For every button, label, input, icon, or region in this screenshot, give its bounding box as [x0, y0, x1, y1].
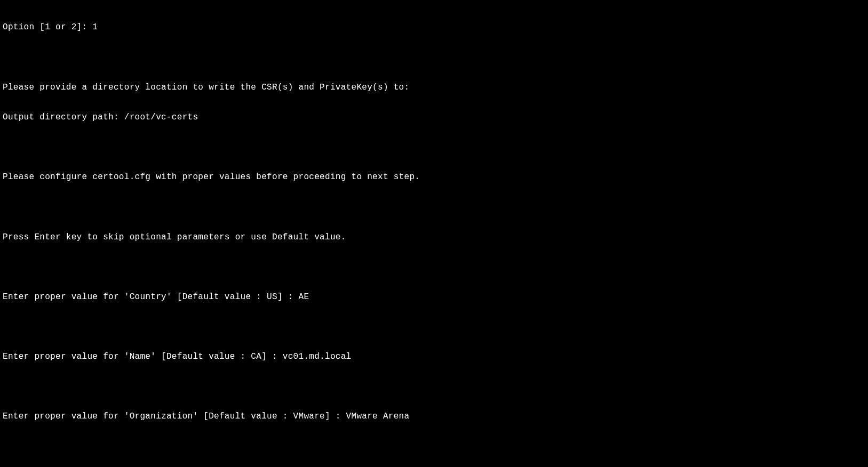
- terminal-line: [3, 382, 865, 392]
- terminal-line: Enter proper value for 'Name' [Default v…: [3, 352, 865, 362]
- terminal-line: [3, 202, 865, 212]
- terminal-line: Option [1 or 2]: 1: [3, 22, 865, 33]
- terminal-line: Enter proper value for 'Organization' [D…: [3, 412, 865, 422]
- terminal-line: [3, 442, 865, 452]
- terminal-line: Press Enter key to skip optional paramet…: [3, 232, 865, 243]
- terminal-output[interactable]: Option [1 or 2]: 1 Please provide a dire…: [3, 3, 865, 467]
- terminal-line: Output directory path: /root/vc-certs: [3, 112, 865, 123]
- terminal-line: [3, 142, 865, 152]
- terminal-line: Enter proper value for 'Country' [Defaul…: [3, 292, 865, 302]
- terminal-line: [3, 262, 865, 272]
- terminal-line: [3, 53, 865, 63]
- terminal-line: Please configure certool.cfg with proper…: [3, 172, 865, 182]
- terminal-line: Please provide a directory location to w…: [3, 83, 865, 93]
- terminal-line: [3, 322, 865, 332]
